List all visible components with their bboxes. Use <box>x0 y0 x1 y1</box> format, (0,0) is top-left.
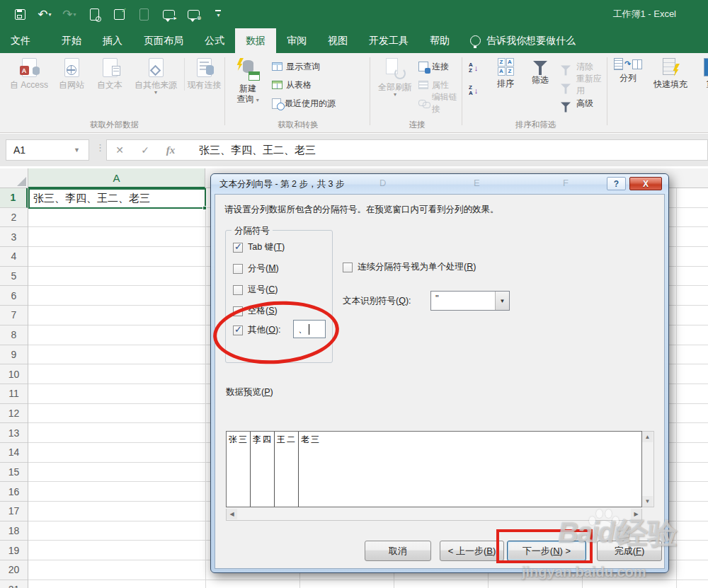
row-header-7[interactable]: 7 <box>0 306 28 325</box>
flash-fill-button[interactable]: 快速填充 <box>647 58 694 90</box>
data-preview-table[interactable]: 张三 李四 王二 老三 <box>226 431 642 507</box>
tell-me-box[interactable]: 告诉我你想要做什么 <box>460 28 586 53</box>
cancel-icon[interactable]: ✕ <box>107 144 132 156</box>
row-header-15[interactable]: 15 <box>0 463 28 483</box>
tab-developer[interactable]: 开发工具 <box>358 28 419 53</box>
refresh-all-button[interactable]: 全部刷新 ▾ <box>375 58 416 97</box>
checkbox-treat-consecutive[interactable]: 连续分隔符号视为单个处理(R) <box>343 261 476 273</box>
row-header-16[interactable]: 16 <box>0 482 28 502</box>
checkbox-tab[interactable]: Tab 键(T) <box>233 241 285 253</box>
formula-bar-grip[interactable]: ⋮ <box>96 142 105 153</box>
checkbox-comma[interactable]: 逗号(C) <box>233 284 278 296</box>
back-button[interactable]: < 上一步(B) <box>440 541 504 561</box>
row-header-21[interactable]: 21 <box>0 580 28 588</box>
redo-icon[interactable]: ↷▾ <box>61 5 78 23</box>
row-header-11[interactable]: 11 <box>0 384 28 404</box>
tab-page-layout[interactable]: 页面布局 <box>133 28 194 53</box>
comment-show-icon[interactable]: ▸ <box>160 5 177 23</box>
remove-duplicates-button[interactable]: 重 <box>697 58 708 90</box>
checkbox-semicolon[interactable]: 分号(M) <box>233 263 279 275</box>
text-to-columns-wizard-dialog: 文本分列向导 - 第 2 步，共 3 步 D E F G ? X 请设置分列数据… <box>210 173 669 573</box>
new-query-button[interactable]: 新建查询 ▾ <box>229 58 266 105</box>
from-web-button[interactable]: 自网站 <box>52 58 91 91</box>
quick-access-toolbar: ↶▾ ↷▾ ✓ ▸ ⊗ ▾ <box>11 4 227 24</box>
from-other-sources-button[interactable]: 自其他来源 ▾ <box>129 58 183 95</box>
save-icon[interactable] <box>11 5 28 23</box>
row-header-2[interactable]: 2 <box>0 208 28 228</box>
existing-connections-button[interactable]: 现有连接 <box>184 58 222 91</box>
checkbox-semicolon-box[interactable] <box>233 264 243 274</box>
ribbon: A 自 Access 自网站 自文本 自其他来源 ▾ 现有连接 获取外部数据 新… <box>0 53 708 133</box>
recent-sources-button[interactable]: 最近使用的源 <box>272 96 336 111</box>
combobox-dropdown-icon[interactable]: ▼ <box>495 292 509 310</box>
dialog-title: 文本分列向导 - 第 2 步，共 3 步 <box>219 178 344 190</box>
filter-button[interactable]: 筛选 <box>525 58 556 86</box>
row-header-5[interactable]: 5 <box>0 267 28 287</box>
scroll-down-icon[interactable]: ▼ <box>642 496 653 507</box>
show-queries-button[interactable]: 显示查询 <box>272 59 320 74</box>
new-query-icon <box>236 58 260 81</box>
tab-home[interactable]: 开始 <box>51 28 92 53</box>
formula-bar-row: A1 ▼ ⋮ ✕ ✓ fx 张三、李四、王二、老三 <box>0 134 708 166</box>
row-header-1[interactable]: 1 <box>0 188 28 208</box>
faint-column-e: E <box>474 178 480 188</box>
sort-ascending-icon[interactable]: AZ↓ <box>469 60 478 76</box>
tab-file[interactable]: 文件 <box>0 28 41 53</box>
scroll-up-icon[interactable]: ▲ <box>642 432 653 442</box>
print-preview-icon[interactable] <box>86 5 103 23</box>
enter-icon[interactable]: ✓ <box>132 144 158 156</box>
preview-horizontal-scrollbar[interactable]: ◀ ▶ <box>226 509 642 521</box>
dialog-help-button[interactable]: ? <box>607 177 626 190</box>
scroll-left-icon[interactable]: ◀ <box>227 509 237 519</box>
fill-handle[interactable] <box>202 206 207 210</box>
tab-formulas[interactable]: 公式 <box>194 28 235 53</box>
row-header-20[interactable]: 20 <box>0 560 28 580</box>
row-header-3[interactable]: 3 <box>0 227 28 247</box>
tab-data[interactable]: 数据 <box>235 28 276 53</box>
from-table-button[interactable]: 从表格 <box>272 77 312 93</box>
sort-button[interactable]: ZAAZ 排序 <box>489 58 522 89</box>
text-qualifier-combobox[interactable]: " ▼ <box>430 291 510 311</box>
column-header-a[interactable]: A <box>28 168 205 188</box>
row-header-17[interactable]: 17 <box>0 502 28 521</box>
scroll-right-icon[interactable]: ▶ <box>631 509 641 519</box>
connections-button[interactable]: 连接 <box>418 59 449 74</box>
text-to-columns-button[interactable]: ↷ 分列 <box>612 58 644 83</box>
checkbox-comma-box[interactable] <box>233 285 243 295</box>
print-check-icon[interactable]: ✓ <box>110 5 127 23</box>
row-header-14[interactable]: 14 <box>0 443 28 463</box>
tab-help[interactable]: 帮助 <box>419 28 460 53</box>
dialog-close-button[interactable]: X <box>629 177 662 190</box>
row-header-18[interactable]: 18 <box>0 521 28 541</box>
row-header-10[interactable]: 10 <box>0 364 28 384</box>
advanced-filter-button[interactable]: 高级 <box>559 96 593 111</box>
cell-a1[interactable]: 张三、李四、王二、老三 <box>28 188 206 209</box>
undo-icon[interactable]: ↶▾ <box>36 5 53 23</box>
tab-review[interactable]: 审阅 <box>276 28 317 53</box>
name-box-dropdown-icon[interactable]: ▼ <box>74 146 80 154</box>
from-access-button[interactable]: A 自 Access <box>7 58 51 91</box>
formula-field[interactable]: ✕ ✓ fx 张三、李四、王二、老三 <box>106 139 708 161</box>
select-all-corner[interactable] <box>0 168 28 188</box>
checkbox-treat-consecutive-box[interactable] <box>343 263 353 272</box>
tab-view[interactable]: 视图 <box>317 28 358 53</box>
finish-button[interactable]: 完成(F) <box>597 541 662 561</box>
row-header-8[interactable]: 8 <box>0 325 28 345</box>
comment-delete-icon[interactable]: ⊗ <box>185 5 202 23</box>
row-header-12[interactable]: 12 <box>0 404 28 424</box>
row-header-9[interactable]: 9 <box>0 345 28 365</box>
row-header-6[interactable]: 6 <box>0 286 28 306</box>
from-text-button[interactable]: 自文本 <box>91 58 129 91</box>
tab-insert[interactable]: 插入 <box>92 28 133 53</box>
row-header-4[interactable]: 4 <box>0 247 28 267</box>
preview-vertical-scrollbar[interactable]: ▲ ▼ <box>642 431 654 507</box>
cancel-button[interactable]: 取消 <box>365 541 431 561</box>
dialog-titlebar[interactable]: 文本分列向导 - 第 2 步，共 3 步 D E F G <box>211 174 668 194</box>
sort-descending-icon[interactable]: ZA↓ <box>469 83 478 98</box>
insert-function-icon[interactable]: fx <box>158 144 183 156</box>
group-sort-filter: AZ↓ ZA↓ ZAAZ 排序 筛选 清除 重新应用 高级 排序和筛选 <box>465 53 606 132</box>
row-header-19[interactable]: 19 <box>0 541 28 560</box>
row-header-13[interactable]: 13 <box>0 423 28 443</box>
customize-qat-icon[interactable]: ▾ <box>210 5 227 23</box>
checkbox-tab-box[interactable] <box>233 243 243 253</box>
